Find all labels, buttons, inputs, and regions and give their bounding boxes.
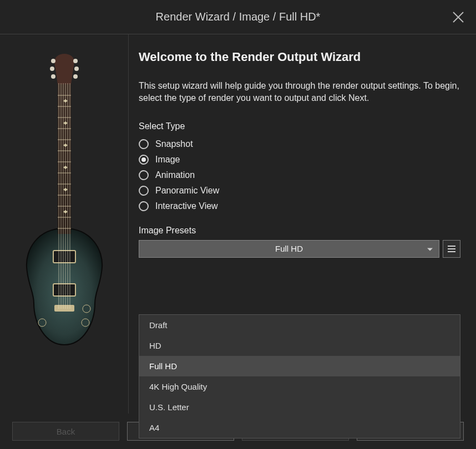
radio-indicator bbox=[139, 201, 149, 211]
svg-point-20 bbox=[74, 67, 79, 71]
wizard-heading: Welcome to the Render Output Wizard bbox=[139, 50, 460, 64]
close-button[interactable] bbox=[452, 11, 465, 24]
svg-rect-23 bbox=[53, 284, 75, 296]
svg-point-16 bbox=[51, 59, 55, 63]
preset-dropdown-value: Full HD bbox=[275, 244, 303, 253]
preset-option[interactable]: 4K High Quality bbox=[139, 376, 460, 397]
svg-point-21 bbox=[73, 74, 78, 79]
chevron-down-icon bbox=[427, 244, 433, 253]
preset-list-button[interactable] bbox=[443, 240, 460, 258]
radio-indicator bbox=[139, 170, 149, 180]
preset-option[interactable]: HD bbox=[139, 335, 460, 356]
render-type-option[interactable]: Interactive View bbox=[139, 201, 460, 211]
svg-point-18 bbox=[51, 74, 55, 79]
preset-dropdown[interactable]: Full HD bbox=[139, 240, 439, 258]
preview-image bbox=[14, 45, 114, 350]
preset-dropdown-menu: DraftHDFull HD4K High QualityU.S. Letter… bbox=[139, 314, 460, 438]
wizard-intro: This setup wizard will help guide you th… bbox=[139, 80, 460, 105]
svg-point-19 bbox=[73, 59, 78, 63]
preview-pane bbox=[0, 34, 129, 414]
render-type-option[interactable]: Animation bbox=[139, 170, 460, 180]
radio-label: Panoramic View bbox=[155, 186, 219, 196]
render-type-option[interactable]: Panoramic View bbox=[139, 186, 460, 196]
content-pane: Welcome to the Render Output Wizard This… bbox=[129, 34, 476, 414]
titlebar: Render Wizard / Image / Full HD* bbox=[0, 0, 476, 34]
svg-rect-24 bbox=[54, 305, 74, 312]
radio-indicator bbox=[139, 155, 149, 165]
radio-indicator bbox=[139, 139, 149, 149]
back-button[interactable]: Back bbox=[12, 422, 119, 441]
render-type-radio-group: SnapshotImageAnimationPanoramic ViewInte… bbox=[139, 139, 460, 211]
radio-label: Image bbox=[155, 155, 180, 165]
radio-indicator bbox=[139, 186, 149, 196]
svg-point-27 bbox=[38, 319, 46, 326]
preset-option[interactable]: Full HD bbox=[139, 356, 460, 376]
close-icon bbox=[452, 11, 465, 24]
radio-label: Animation bbox=[155, 170, 195, 180]
select-type-label: Select Type bbox=[139, 121, 460, 131]
list-icon bbox=[447, 245, 456, 253]
svg-point-26 bbox=[82, 319, 89, 326]
svg-point-25 bbox=[83, 305, 90, 313]
radio-label: Interactive View bbox=[155, 201, 218, 211]
render-type-option[interactable]: Image bbox=[139, 155, 460, 165]
window-title: Render Wizard / Image / Full HD* bbox=[156, 11, 321, 23]
preset-option[interactable]: A4 bbox=[139, 417, 460, 438]
svg-point-17 bbox=[50, 67, 54, 71]
presets-label: Image Presets bbox=[139, 226, 460, 236]
preset-option[interactable]: U.S. Letter bbox=[139, 397, 460, 417]
render-type-option[interactable]: Snapshot bbox=[139, 139, 460, 149]
svg-rect-22 bbox=[53, 251, 75, 263]
radio-label: Snapshot bbox=[155, 139, 193, 149]
preset-option[interactable]: Draft bbox=[139, 315, 460, 335]
